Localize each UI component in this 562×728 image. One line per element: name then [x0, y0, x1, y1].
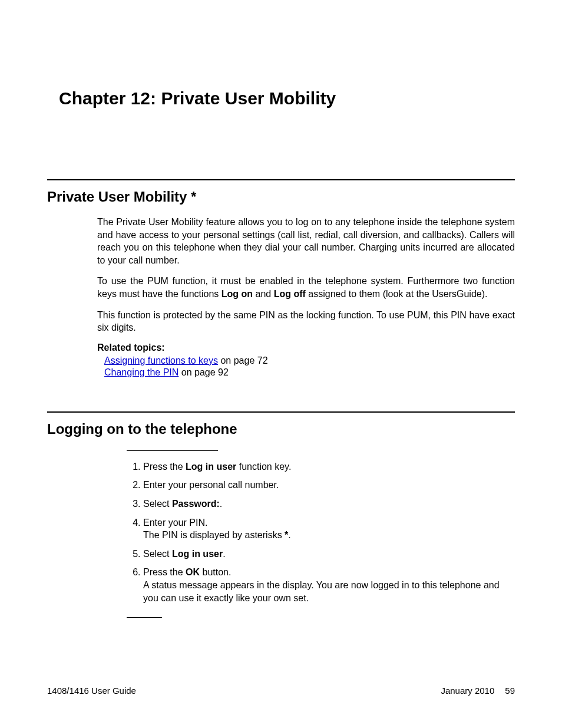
text-fragment: button.: [200, 567, 231, 577]
text-fragment: A status message appears in the display.…: [143, 580, 500, 603]
step-5: Select Log in user.: [143, 548, 515, 561]
link-changing-pin[interactable]: Changing the PIN: [104, 367, 178, 377]
text-fragment: Select: [143, 499, 172, 509]
footer-page-number: 59: [505, 686, 515, 696]
related-item: Assigning functions to keys on page 72: [104, 355, 515, 366]
text-fragment: function key.: [236, 462, 291, 472]
text-fragment: .: [220, 499, 222, 509]
para-pin: This function is protected by the same P…: [97, 309, 515, 334]
step-2: Enter your personal call number.: [143, 479, 515, 492]
text-fragment: .: [288, 530, 290, 540]
step-6: Press the OK button. A status message ap…: [143, 566, 515, 604]
footer-guide-name: 1408/1416 User Guide: [47, 686, 136, 696]
text-fragment: on page 72: [218, 355, 268, 365]
section-heading-pum: Private User Mobility *: [47, 189, 515, 205]
steps-list: Press the Log in user function key. Ente…: [128, 460, 515, 604]
procedure-start-rule: [127, 450, 218, 451]
link-assigning-functions[interactable]: Assigning functions to keys: [104, 355, 218, 365]
text-fragment: on page 92: [178, 367, 229, 377]
text-fragment: Enter your PIN.: [143, 518, 207, 528]
text-fragment: Press the: [143, 462, 186, 472]
text-fragment: Press the: [143, 567, 186, 577]
text-fragment: Select: [143, 549, 172, 559]
text-fragment: assigned to them (look at the UsersGuide…: [306, 289, 488, 299]
page-footer: 1408/1416 User Guide January 2010 59: [47, 686, 515, 696]
bold-password: Password:: [172, 499, 220, 509]
section-heading-logging-on: Logging on to the telephone: [47, 421, 515, 437]
bold-log-in-user: Log in user: [172, 549, 223, 559]
section-rule: [47, 179, 515, 180]
chapter-name: Private User Mobility: [161, 88, 336, 108]
step-4: Enter your PIN. The PIN is displayed by …: [143, 516, 515, 542]
related-item: Changing the PIN on page 92: [104, 367, 515, 378]
chapter-label: Chapter 12:: [59, 88, 156, 108]
text-fragment: .: [223, 549, 225, 559]
footer-date: January 2010: [441, 686, 494, 696]
related-topics-heading: Related topics:: [97, 342, 515, 353]
section-body-pum: The Private User Mobility feature allows…: [97, 216, 515, 378]
bold-log-in-user: Log in user: [186, 462, 236, 472]
chapter-title: Chapter 12: Private User Mobility: [59, 88, 515, 108]
procedure-end-rule: [127, 617, 162, 618]
para-intro: The Private User Mobility feature allows…: [97, 216, 515, 266]
bold-log-on: Log on: [222, 289, 253, 299]
section-rule: [47, 411, 515, 413]
bold-ok: OK: [186, 567, 200, 577]
text-fragment: The PIN is displayed by asterisks: [143, 530, 285, 540]
step-1: Press the Log in user function key.: [143, 460, 515, 473]
page: Chapter 12: Private User Mobility Privat…: [0, 0, 562, 728]
step-3: Select Password:.: [143, 498, 515, 510]
text-fragment: and: [253, 289, 274, 299]
para-enable: To use the PUM function, it must be enab…: [97, 275, 515, 300]
bold-log-off: Log off: [274, 289, 306, 299]
